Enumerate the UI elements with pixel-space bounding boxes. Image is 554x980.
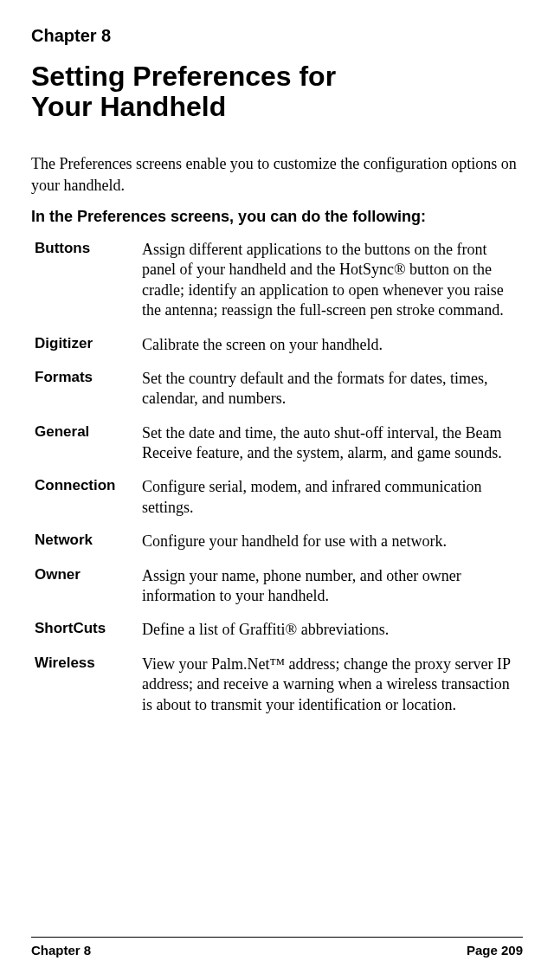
- pref-desc: Set the country default and the formats …: [142, 369, 523, 409]
- table-row: Network Configure your handheld for use …: [31, 532, 523, 551]
- pref-desc: Set the date and time, the auto shut-off…: [142, 423, 523, 464]
- table-row: Connection Configure serial, modem, and …: [31, 477, 523, 518]
- pref-desc: Define a list of Graffiti® abbreviations…: [142, 620, 523, 640]
- intro-paragraph: The Preferences screens enable you to cu…: [31, 153, 523, 196]
- pref-desc: Assign different applications to the but…: [142, 240, 523, 321]
- table-row: Formats Set the country default and the …: [31, 369, 523, 409]
- chapter-label: Chapter 8: [31, 26, 523, 46]
- pref-label-general: General: [31, 423, 142, 464]
- pref-desc: Configure serial, modem, and infrared co…: [142, 477, 523, 518]
- chapter-title-line1: Setting Preferences for: [31, 61, 336, 92]
- pref-desc: View your Palm.Net™ address; change the …: [142, 654, 523, 715]
- preferences-table: Buttons Assign different applications to…: [31, 240, 523, 715]
- pref-label-formats: Formats: [31, 369, 142, 409]
- pref-label-shortcuts: ShortCuts: [31, 620, 142, 640]
- pref-desc: Configure your handheld for use with a n…: [142, 532, 523, 551]
- pref-label-digitizer: Digitizer: [31, 335, 142, 355]
- chapter-title-line2: Your Handheld: [31, 91, 226, 122]
- page-footer: Chapter 8 Page 209: [31, 937, 523, 957]
- chapter-title: Setting Preferences for Your Handheld: [31, 61, 523, 122]
- footer-chapter: Chapter 8: [31, 943, 91, 957]
- pref-label-connection: Connection: [31, 477, 142, 518]
- pref-desc: Assign your name, phone number, and othe…: [142, 566, 523, 607]
- table-row: Digitizer Calibrate the screen on your h…: [31, 335, 523, 355]
- pref-label-wireless: Wireless: [31, 654, 142, 715]
- pref-label-network: Network: [31, 532, 142, 551]
- table-row: Wireless View your Palm.Net™ address; ch…: [31, 654, 523, 715]
- pref-desc: Calibrate the screen on your handheld.: [142, 335, 523, 355]
- table-row: Buttons Assign different applications to…: [31, 240, 523, 321]
- table-row: General Set the date and time, the auto …: [31, 423, 523, 464]
- section-heading: In the Preferences screens, you can do t…: [31, 208, 523, 226]
- pref-label-owner: Owner: [31, 566, 142, 607]
- pref-label-buttons: Buttons: [31, 240, 142, 321]
- table-row: ShortCuts Define a list of Graffiti® abb…: [31, 620, 523, 640]
- footer-page-number: Page 209: [467, 943, 523, 957]
- table-row: Owner Assign your name, phone number, an…: [31, 566, 523, 607]
